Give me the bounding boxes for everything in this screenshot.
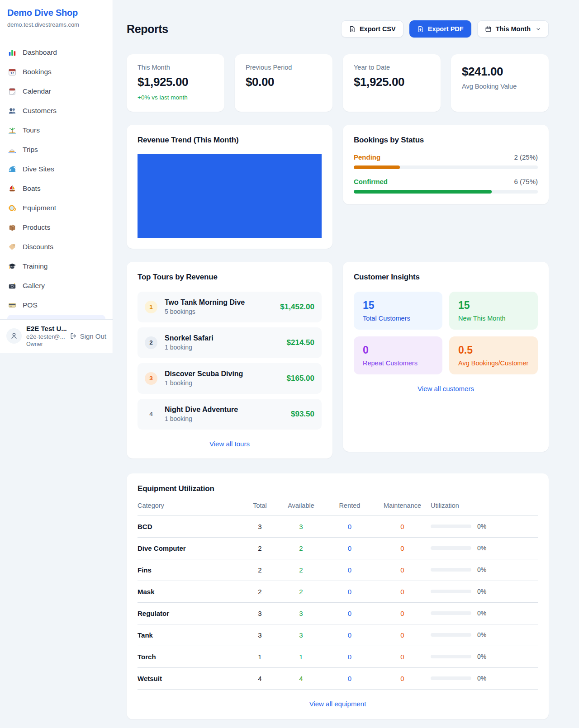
tear-off-calendar-icon — [8, 87, 16, 95]
tour-revenue: $165.00 — [287, 374, 314, 383]
sidebar-item-dive-sites[interactable]: Dive Sites — [4, 159, 109, 179]
period-label: This Month — [496, 25, 531, 33]
tile-label: Avg Bookings/Customer — [458, 359, 529, 367]
cell-category: Mask — [138, 588, 243, 596]
sidebar-item-bookings[interactable]: 17 Bookings — [4, 62, 109, 81]
utilization-bar — [431, 568, 471, 572]
bookings-by-status-card: Bookings by Status Pending 2 (25%) Confi… — [343, 125, 549, 204]
cell-category: Tank — [138, 631, 243, 639]
tour-bookings: 1 booking — [165, 415, 238, 422]
insight-tiles: 15 Total Customers 15 New This Month 0 R… — [354, 292, 538, 374]
cell-utilization: 0% — [431, 610, 538, 617]
utilization-percent: 0% — [477, 523, 486, 530]
stat-card-avg-booking-value: $241.00 Avg Booking Value — [451, 54, 549, 112]
sidebar-item-pos[interactable]: POS — [4, 295, 109, 315]
tile-value: 0.5 — [458, 344, 529, 356]
utilization-percent: 0% — [477, 588, 486, 595]
cell-category: Dive Computer — [138, 544, 243, 552]
cell-category: Fins — [138, 566, 243, 574]
sidebar-item-calendar[interactable]: Calendar — [4, 81, 109, 101]
col-total: Total — [243, 502, 277, 509]
sidebar-item-boats[interactable]: Boats — [4, 179, 109, 198]
sidebar-item-dashboard[interactable]: Dashboard — [4, 43, 109, 62]
utilization-bar — [431, 655, 471, 658]
cell-utilization: 0% — [431, 675, 538, 682]
view-all-tours-link[interactable]: View all tours — [138, 440, 322, 448]
user-meta: E2E Test U... e2e-tester@... Owner — [26, 325, 65, 347]
cell-available: 2 — [277, 588, 325, 596]
sidebar-item-gallery[interactable]: Gallery — [4, 276, 109, 295]
cell-utilization: 0% — [431, 544, 538, 552]
sidebar: Demo Dive Shop demo.test.divestreams.com… — [0, 0, 113, 353]
utilization-bar — [431, 676, 471, 680]
table-row: Dive Computer 2 2 0 0 0% — [138, 538, 538, 559]
water-wave-icon — [8, 165, 16, 173]
charts-row: Revenue Trend (This Month) Bookings by S… — [127, 125, 549, 249]
tile-value: 15 — [363, 299, 433, 312]
sidebar-header: Demo Dive Shop demo.test.divestreams.com — [0, 0, 113, 35]
stat-card-previous-period: Previous Period $0.00 — [235, 54, 332, 112]
app-root: Demo Dive Shop demo.test.divestreams.com… — [0, 0, 579, 728]
cell-utilization: 0% — [431, 523, 538, 530]
status-label: Confirmed — [354, 178, 388, 185]
sidebar-item-training[interactable]: Training — [4, 256, 109, 276]
people-icon — [8, 107, 16, 115]
sidebar-item-equipment[interactable]: Equipment — [4, 198, 109, 217]
chevron-down-icon — [536, 26, 541, 32]
rank-badge: 3 — [145, 372, 157, 385]
sidebar-item-products[interactable]: Products — [4, 217, 109, 237]
sidebar-item-discounts[interactable]: Discounts — [4, 237, 109, 256]
progress-fill-pending — [354, 165, 400, 169]
sidebar-item-label: Tours — [23, 126, 40, 134]
export-csv-label: Export CSV — [360, 25, 396, 33]
table-row: BCD 3 3 0 0 0% — [138, 516, 538, 538]
sidebar-nav: Dashboard 17 Bookings Calendar Customers… — [0, 35, 113, 319]
cell-available: 1 — [277, 653, 325, 661]
page-title: Reports — [127, 23, 168, 36]
desert-island-icon — [8, 126, 16, 134]
sailboat-icon — [8, 184, 16, 193]
shop-domain: demo.test.divestreams.com — [7, 21, 105, 28]
tour-bookings: 5 bookings — [165, 308, 245, 315]
cell-rented: 0 — [325, 588, 374, 596]
sidebar-item-customers[interactable]: Customers — [4, 101, 109, 120]
cell-rented: 0 — [325, 566, 374, 574]
cell-maintenance: 0 — [374, 566, 431, 574]
status-count: 2 (25%) — [514, 153, 538, 161]
svg-text:17: 17 — [10, 71, 14, 75]
shop-title: Demo Dive Shop — [7, 8, 105, 18]
tile-label: Total Customers — [363, 315, 433, 322]
sidebar-item-label: Customers — [23, 107, 57, 115]
view-all-customers-link[interactable]: View all customers — [354, 385, 538, 392]
cell-maintenance: 0 — [374, 544, 431, 552]
period-dropdown[interactable]: This Month — [477, 20, 549, 38]
rank-badge: 1 — [145, 301, 157, 313]
table-row: Mask 2 2 0 0 0% — [138, 581, 538, 603]
sidebar-item-reports-partial[interactable] — [7, 315, 105, 319]
sign-out-button[interactable]: Sign Out — [70, 332, 106, 340]
export-pdf-button[interactable]: Export PDF — [409, 20, 471, 38]
utilization-percent: 0% — [477, 544, 486, 552]
view-all-equipment-link[interactable]: View all equipment — [138, 700, 538, 708]
table-row: Regulator 3 3 0 0 0% — [138, 603, 538, 624]
cell-rented: 0 — [325, 653, 374, 661]
sidebar-item-label: Discounts — [23, 243, 53, 251]
top-tours-title: Top Tours by Revenue — [138, 273, 322, 282]
export-csv-button[interactable]: Export CSV — [341, 20, 403, 38]
export-pdf-label: Export PDF — [428, 25, 464, 33]
progress-track — [354, 190, 538, 194]
sidebar-item-tours[interactable]: Tours — [4, 120, 109, 140]
cell-available: 4 — [277, 675, 325, 682]
cell-maintenance: 0 — [374, 523, 431, 530]
tile-total-customers: 15 Total Customers — [354, 292, 442, 330]
sidebar-item-label: Trips — [23, 146, 38, 154]
tour-name: Snorkel Safari — [165, 334, 214, 342]
utilization-percent: 0% — [477, 653, 486, 660]
col-available: Available — [277, 502, 325, 509]
cell-maintenance: 0 — [374, 588, 431, 596]
revenue-trend-card: Revenue Trend (This Month) — [127, 125, 332, 249]
tour-list-item: 4 Night Dive Adventure 1 booking $93.50 — [138, 399, 322, 430]
sidebar-item-trips[interactable]: Trips — [4, 140, 109, 159]
header-actions: Export CSV Export PDF This Month — [341, 20, 549, 38]
stat-label: Previous Period — [246, 64, 322, 71]
